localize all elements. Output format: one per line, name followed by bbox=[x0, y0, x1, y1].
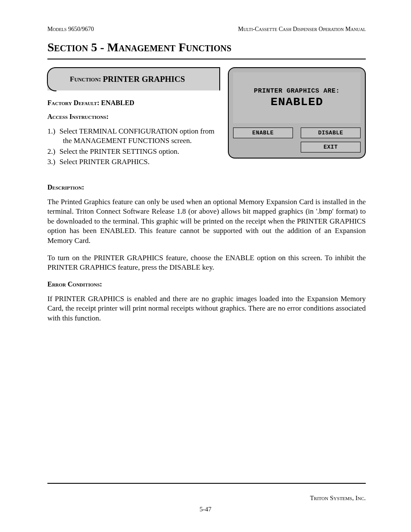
function-label: Function: bbox=[70, 75, 101, 84]
terminal-status-value: ENABLED bbox=[271, 96, 323, 109]
step-number: 3.) bbox=[47, 157, 59, 167]
access-instructions-heading: Access Instructions: bbox=[47, 113, 220, 121]
access-step: 1.)Select TERMINAL CONFIGURATION option … bbox=[47, 127, 220, 146]
description-heading: Description: bbox=[47, 184, 366, 191]
footer-page-number: 5-47 bbox=[0, 506, 411, 513]
access-step: 3.)Select PRINTER GRAPHICS. bbox=[47, 157, 220, 167]
description-paragraph-2: To turn on the PRINTER GRAPHICS feature,… bbox=[47, 253, 366, 273]
content-row: Function: PRINTER GRAPHICS Factory Defau… bbox=[47, 67, 366, 171]
left-column: Function: PRINTER GRAPHICS Factory Defau… bbox=[47, 67, 220, 171]
factory-default-heading: Factory Default: ENABLED bbox=[47, 99, 220, 107]
enable-button[interactable]: ENABLE bbox=[233, 128, 293, 138]
header-left: Models 9650/9670 bbox=[47, 26, 94, 33]
terminal-button-grid: ENABLE DISABLE EXIT bbox=[233, 128, 361, 152]
terminal-preview: PRINTER GRAPHICS ARE: ENABLED ENABLE DIS… bbox=[228, 67, 366, 159]
title-divider bbox=[47, 59, 366, 59]
exit-button[interactable]: EXIT bbox=[301, 142, 361, 152]
error-conditions-heading: Error Conditions: bbox=[47, 280, 366, 288]
disable-button[interactable]: DISABLE bbox=[301, 128, 361, 138]
footer-company: Triton Systems, Inc. bbox=[310, 495, 366, 502]
function-value: PRINTER GRAPHICS bbox=[103, 75, 185, 84]
terminal-screen: PRINTER GRAPHICS ARE: ENABLED bbox=[233, 72, 361, 123]
access-instructions-list: 1.)Select TERMINAL CONFIGURATION option … bbox=[47, 127, 220, 167]
terminal-button-blank bbox=[233, 142, 293, 152]
header-right: Multi-Cassette Cash Dispenser Operation … bbox=[238, 26, 366, 33]
step-text: Select the PRINTER SETTINGS option. bbox=[59, 147, 179, 156]
step-number: 1.) bbox=[47, 127, 59, 136]
step-text: Select PRINTER GRAPHICS. bbox=[59, 158, 149, 166]
step-number: 2.) bbox=[47, 147, 59, 156]
section-title: Section 5 - Management Functions bbox=[47, 40, 366, 54]
function-box: Function: PRINTER GRAPHICS bbox=[47, 67, 220, 90]
step-text: Select TERMINAL CONFIGURATION option fro… bbox=[59, 127, 215, 145]
factory-default-value: ENABLED bbox=[101, 99, 134, 106]
footer-divider bbox=[47, 483, 366, 484]
document-page: Models 9650/9670 Multi-Cassette Cash Dis… bbox=[0, 0, 411, 532]
page-header: Models 9650/9670 Multi-Cassette Cash Dis… bbox=[47, 26, 366, 33]
access-step: 2.)Select the PRINTER SETTINGS option. bbox=[47, 147, 220, 156]
factory-default-label: Factory Default: bbox=[47, 99, 100, 106]
terminal-status-label: PRINTER GRAPHICS ARE: bbox=[254, 87, 340, 95]
description-paragraph-1: The Printed Graphics feature can only be… bbox=[47, 197, 366, 246]
error-conditions-paragraph: If PRINTER GRAPHICS is enabled and there… bbox=[47, 294, 366, 323]
